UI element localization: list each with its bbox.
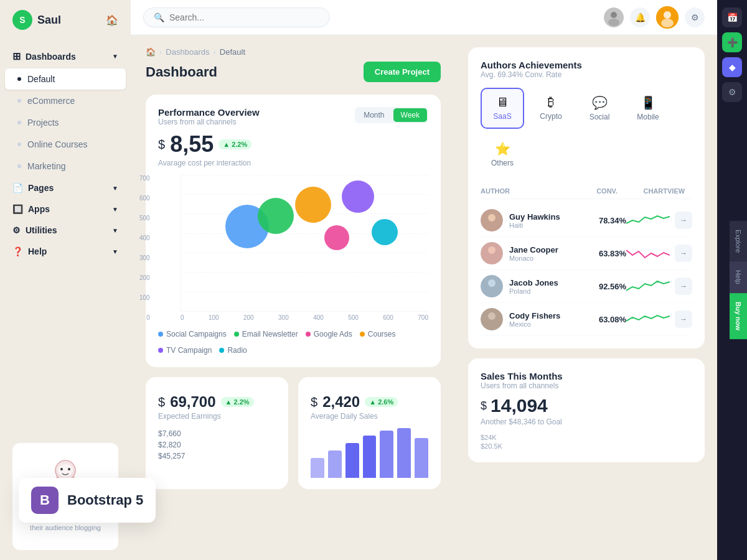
sidebar-item-default[interactable]: Default: [5, 68, 126, 90]
chevron-down-icon: ▼: [112, 227, 118, 234]
svg-point-28: [486, 320, 498, 329]
view-btn-cody[interactable]: →: [675, 310, 692, 328]
conv-jacob: 92.56%: [583, 282, 626, 291]
bubble-ads: [295, 187, 331, 223]
others-icon: ⭐: [495, 141, 510, 156]
sidebar-item-projects[interactable]: Projects: [5, 112, 126, 133]
dark-calendar-icon[interactable]: 📅: [722, 7, 742, 27]
avatar-jacob: [481, 275, 503, 297]
sidebar-item-ecommerce[interactable]: eCommerce: [5, 90, 126, 111]
page-title-row: Dashboard Create Project: [146, 62, 441, 82]
cat-tab-crypto[interactable]: ₿ Crypto: [529, 88, 573, 129]
bootstrap-badge: B Bootstrap 5: [19, 478, 156, 523]
cat-tab-others[interactable]: ⭐ Others: [481, 134, 524, 175]
app-logo: S: [12, 10, 32, 30]
earnings-value: $ 69,700 ▲ 2.2%: [158, 393, 276, 411]
legend-social: Social Campaigns: [158, 330, 227, 338]
performance-subtitle: Users from all channels: [158, 118, 260, 126]
view-btn-jacob[interactable]: →: [675, 278, 692, 295]
toggle-month[interactable]: Month: [356, 108, 392, 122]
author-row-cody: Cody Fishers Mexico 63.08% →: [481, 303, 692, 336]
sales-y-labels: $24K $20.5K: [481, 434, 692, 450]
sidebar-item-utilities[interactable]: ⚙ Utilities ▼: [0, 220, 131, 241]
legend-dot: [360, 332, 365, 337]
sidebar-item-pages[interactable]: 📄 Pages ▼: [0, 177, 131, 198]
active-dot: [17, 77, 21, 81]
author-info-jane: Jane Cooper Monaco: [509, 245, 583, 262]
legend-email: Email Newsletter: [234, 330, 298, 338]
performance-title: Performance Overview: [158, 107, 260, 118]
sidebar-item-marketing[interactable]: Marketing: [5, 156, 126, 177]
topbar-right: 🔔 ⚙: [604, 6, 705, 29]
earnings-card: $ 69,700 ▲ 2.2% Expected Earnings $7,660…: [146, 377, 288, 489]
svg-point-15: [664, 11, 671, 19]
th-conv: CONV.: [574, 187, 618, 195]
authors-title: Authors Achievements: [481, 60, 582, 70]
cat-tab-saas[interactable]: 🖥 SaaS: [481, 88, 524, 129]
right-panel: Authors Achievements Avg. 69.34% Conv. R…: [456, 35, 717, 560]
home-icon: 🏠: [146, 47, 156, 57]
bubble-tv: [342, 180, 374, 213]
buy-now-button[interactable]: Buy now: [730, 293, 747, 339]
x-axis-labels: 0 100 200 300 400 500 600 700: [181, 312, 428, 321]
nav-dot: [17, 121, 21, 124]
sidebar-item-help[interactable]: ❓ Help ▼: [0, 241, 131, 262]
bubble-radio: [372, 219, 398, 245]
grid-line: [181, 253, 428, 253]
sales-title: Sales This Months: [481, 371, 692, 381]
view-btn-jane[interactable]: →: [675, 245, 692, 262]
y-axis-labels: 700 600 500 400 300 200 100 0: [139, 175, 150, 321]
nav-dot: [17, 142, 21, 146]
author-info-guy: Guy Hawkins Haiti: [509, 212, 583, 229]
bar-1: [311, 458, 324, 478]
float-buttons: Explore Help Buy now: [730, 221, 747, 339]
dark-add-icon[interactable]: ➕: [722, 32, 742, 52]
search-input[interactable]: [169, 12, 319, 22]
user-avatar[interactable]: [656, 6, 679, 29]
sales-card: Sales This Months Users from all channel…: [468, 358, 705, 462]
create-project-button[interactable]: Create Project: [364, 62, 441, 82]
cat-label-saas: SaaS: [493, 112, 511, 121]
cat-tab-social[interactable]: 💬 Social: [578, 88, 621, 129]
svg-point-12: [611, 12, 617, 18]
grid-line: [181, 292, 428, 292]
bar-5: [380, 431, 393, 478]
notifications-icon[interactable]: 🔔: [630, 7, 650, 27]
view-btn-guy[interactable]: →: [675, 212, 692, 229]
th-chart: CHART: [618, 187, 667, 195]
topbar: 🔍 🔔 ⚙: [131, 0, 717, 35]
dark-diamond-icon[interactable]: ◆: [722, 57, 742, 77]
authors-table-header: AUTHOR CONV. CHART VIEW: [481, 184, 692, 199]
sidebar-item-online-courses[interactable]: Online Courses: [5, 134, 126, 155]
grid-line: [181, 175, 428, 175]
toggle-week[interactable]: Week: [393, 108, 427, 122]
help-button[interactable]: Help: [730, 261, 747, 293]
legend-dot: [306, 332, 311, 337]
sidebar: S Saul 🏠 ⊞ Dashboards ▼ Default eCommerc…: [0, 0, 131, 560]
sidebar-emoji: 🏠: [106, 14, 118, 26]
sidebar-item-apps[interactable]: 🔲 Apps ▼: [0, 198, 131, 220]
avg-label: Avarage cost per interaction: [158, 159, 428, 167]
sales-subtitle: Users from all channels: [481, 381, 692, 390]
stats-row: $ 69,700 ▲ 2.2% Expected Earnings $7,660…: [146, 377, 441, 489]
breadcrumb-dashboards[interactable]: Dashboards: [166, 47, 209, 57]
settings-icon[interactable]: ⚙: [685, 7, 705, 27]
topbar-avatar-sm[interactable]: [604, 7, 624, 27]
toggle-group: Month Week: [355, 107, 428, 123]
sidebar-item-dashboards[interactable]: ⊞ Dashboards ▼: [0, 45, 131, 68]
nav-dot: [17, 164, 21, 168]
category-tabs: 🖥 SaaS ₿ Crypto 💬 Social 📱 Mobile: [481, 88, 692, 175]
conv-cody: 63.08%: [583, 315, 626, 324]
dark-settings-icon[interactable]: ⚙: [722, 82, 742, 102]
app-name: Saul: [37, 14, 61, 27]
explore-button[interactable]: Explore: [730, 221, 747, 261]
legend-radio: Radio: [219, 346, 247, 355]
cat-tab-mobile[interactable]: 📱 Mobile: [626, 88, 670, 129]
search-box[interactable]: 🔍: [143, 7, 330, 27]
performance-badge: ▲ 2.2%: [218, 139, 251, 149]
svg-point-25: [486, 287, 498, 296]
authors-subtitle: Avg. 69.34% Conv. Rate: [481, 70, 582, 79]
avatar-guy: [481, 209, 503, 231]
th-author: AUTHOR: [481, 187, 574, 195]
authors-header: Authors Achievements Avg. 69.34% Conv. R…: [481, 60, 692, 79]
